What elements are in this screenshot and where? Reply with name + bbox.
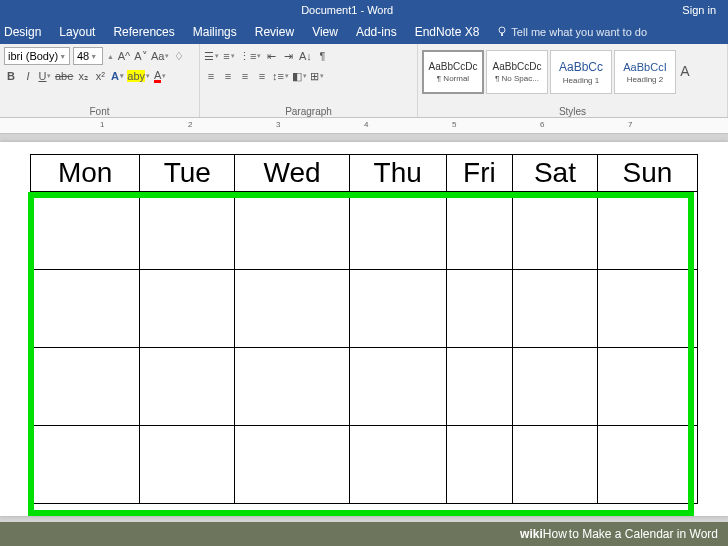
calendar-cell[interactable]: [349, 192, 446, 270]
tab-review[interactable]: Review: [255, 25, 294, 39]
calendar-cell[interactable]: [597, 348, 697, 426]
ruler-mark: 7: [628, 120, 632, 129]
calendar-body: [31, 192, 698, 504]
tab-references[interactable]: References: [113, 25, 174, 39]
svg-rect-1: [501, 33, 503, 36]
calendar-cell[interactable]: [446, 348, 512, 426]
bullets-button[interactable]: ☰▾: [204, 48, 219, 64]
tell-me-search[interactable]: Tell me what you want to do: [497, 26, 647, 38]
calendar-cell[interactable]: [31, 348, 140, 426]
align-center-button[interactable]: ≡: [221, 68, 235, 84]
styles-more[interactable]: A: [678, 63, 692, 79]
superscript-button[interactable]: x²: [93, 68, 107, 84]
calendar-cell[interactable]: [31, 426, 140, 504]
change-case-button[interactable]: Aa▾: [151, 48, 169, 64]
show-marks-button[interactable]: ¶: [315, 48, 329, 64]
calendar-cell[interactable]: [446, 192, 512, 270]
shading-button[interactable]: ◧▾: [292, 68, 307, 84]
calendar-cell[interactable]: [140, 192, 235, 270]
calendar-day-header[interactable]: Sat: [513, 155, 598, 192]
ribbon-tabs: Design Layout References Mailings Review…: [0, 20, 728, 44]
calendar-cell[interactable]: [140, 426, 235, 504]
calendar-day-header[interactable]: Mon: [31, 155, 140, 192]
tab-mailings[interactable]: Mailings: [193, 25, 237, 39]
style-no-spacing[interactable]: AaBbCcDc ¶ No Spac...: [486, 50, 548, 94]
calendar-cell[interactable]: [349, 270, 446, 348]
calendar-table[interactable]: MonTueWedThuFriSatSun: [30, 154, 698, 504]
calendar-row: [31, 192, 698, 270]
ruler-mark: 5: [452, 120, 456, 129]
align-right-button[interactable]: ≡: [238, 68, 252, 84]
grow-font-button[interactable]: A^: [117, 48, 131, 64]
calendar-cell[interactable]: [513, 192, 598, 270]
ribbon: ibri (Body)▼ 48▼ ▲ A^ A˅ Aa▾ ♢ B I U▾ ab…: [0, 44, 728, 118]
calendar-cell[interactable]: [513, 270, 598, 348]
borders-button[interactable]: ⊞▾: [310, 68, 324, 84]
justify-button[interactable]: ≡: [255, 68, 269, 84]
calendar-cell[interactable]: [513, 426, 598, 504]
line-spacing-button[interactable]: ↕≡▾: [272, 68, 289, 84]
underline-button[interactable]: U▾: [38, 68, 52, 84]
calendar-cell[interactable]: [235, 270, 349, 348]
calendar-day-header[interactable]: Tue: [140, 155, 235, 192]
calendar-cell[interactable]: [235, 348, 349, 426]
lightbulb-icon: [497, 26, 507, 38]
calendar-cell[interactable]: [349, 348, 446, 426]
calendar-cell[interactable]: [235, 192, 349, 270]
document-area: MonTueWedThuFriSatSun: [0, 134, 728, 546]
calendar-cell[interactable]: [446, 270, 512, 348]
numbering-button[interactable]: ≡▾: [222, 48, 236, 64]
shrink-font-button[interactable]: A˅: [134, 48, 148, 64]
calendar-row: [31, 270, 698, 348]
calendar-cell[interactable]: [597, 270, 697, 348]
watermark-brand: wikiHow: [520, 527, 567, 541]
calendar-cell[interactable]: [235, 426, 349, 504]
page[interactable]: MonTueWedThuFriSatSun: [0, 142, 728, 516]
increase-indent-button[interactable]: ⇥: [281, 48, 295, 64]
paragraph-group: ☰▾ ≡▾ ⋮≡▾ ⇤ ⇥ A↓ ¶ ≡ ≡ ≡ ≡ ↕≡▾ ◧▾ ⊞▾ Par…: [200, 44, 418, 117]
horizontal-ruler[interactable]: 1234567: [0, 118, 728, 134]
ruler-mark: 4: [364, 120, 368, 129]
calendar-cell[interactable]: [349, 426, 446, 504]
calendar-cell[interactable]: [446, 426, 512, 504]
text-effects-button[interactable]: A▾: [110, 68, 124, 84]
tab-addins[interactable]: Add-ins: [356, 25, 397, 39]
font-size-up-icon[interactable]: ▲: [107, 53, 114, 60]
decrease-indent-button[interactable]: ⇤: [264, 48, 278, 64]
bold-button[interactable]: B: [4, 68, 18, 84]
calendar-cell[interactable]: [31, 192, 140, 270]
calendar-cell[interactable]: [597, 426, 697, 504]
calendar-cell[interactable]: [140, 270, 235, 348]
align-left-button[interactable]: ≡: [204, 68, 218, 84]
calendar-day-header[interactable]: Thu: [349, 155, 446, 192]
strikethrough-button[interactable]: abe: [55, 68, 73, 84]
calendar-day-header[interactable]: Sun: [597, 155, 697, 192]
ruler-mark: 6: [540, 120, 544, 129]
tab-endnote[interactable]: EndNote X8: [415, 25, 480, 39]
ruler-mark: 2: [188, 120, 192, 129]
calendar-cell[interactable]: [140, 348, 235, 426]
tab-view[interactable]: View: [312, 25, 338, 39]
calendar-day-header[interactable]: Fri: [446, 155, 512, 192]
multilevel-button[interactable]: ⋮≡▾: [239, 48, 261, 64]
font-family-select[interactable]: ibri (Body)▼: [4, 47, 70, 65]
font-size-select[interactable]: 48▼: [73, 47, 103, 65]
calendar-cell[interactable]: [597, 192, 697, 270]
calendar-header-row: MonTueWedThuFriSatSun: [31, 155, 698, 192]
style-normal[interactable]: AaBbCcDc ¶ Normal: [422, 50, 484, 94]
sort-button[interactable]: A↓: [298, 48, 312, 64]
signin-link[interactable]: Sign in: [682, 4, 716, 16]
calendar-cell[interactable]: [513, 348, 598, 426]
style-heading2[interactable]: AaBbCcI Heading 2: [614, 50, 676, 94]
window-title: Document1 - Word: [12, 4, 682, 16]
tab-design[interactable]: Design: [4, 25, 41, 39]
calendar-cell[interactable]: [31, 270, 140, 348]
font-color-button[interactable]: A▾: [153, 68, 167, 84]
italic-button[interactable]: I: [21, 68, 35, 84]
tab-layout[interactable]: Layout: [59, 25, 95, 39]
clear-formatting-button[interactable]: ♢: [172, 48, 186, 64]
style-heading1[interactable]: AaBbCc Heading 1: [550, 50, 612, 94]
highlight-button[interactable]: aby▾: [127, 68, 150, 84]
subscript-button[interactable]: x₂: [76, 68, 90, 84]
calendar-day-header[interactable]: Wed: [235, 155, 349, 192]
